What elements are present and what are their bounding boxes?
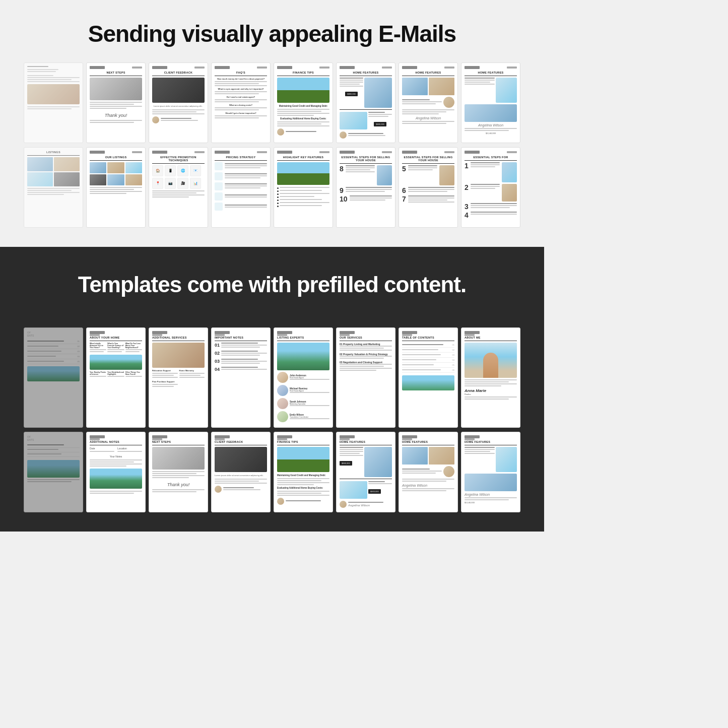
card-next-steps[interactable]: NEXT STEPS Thank you!	[86, 62, 146, 143]
card-our-services[interactable]: OUR SERVICES 01 Property Listing and Mar…	[336, 327, 395, 428]
email-row-4: OFENTS ADDITIONAL NOTES	[10, 432, 534, 512]
our-listings-title: OUR LISTINGS	[90, 156, 142, 159]
card-about-your-home[interactable]: ABOUT YOUR HOME What Initially Attracted…	[86, 327, 146, 428]
email-row-1: NEXT STEPS Thank you! CLIENT FEEDBACK Lo…	[10, 62, 534, 143]
templates-heading: Templates come with prefilled content.	[10, 272, 534, 297]
card-our-listings[interactable]: OUR LISTINGS	[86, 147, 146, 228]
email-row-3: OFENTS 01 02 03 04 05	[10, 327, 534, 428]
important-notes-title: IMPORTANT NOTES	[215, 336, 267, 339]
card-essential-3[interactable]: ESSENTIAL STEPS FOR 1 2	[461, 147, 520, 228]
card-table-of-contents[interactable]: TABLE OF CONTENTS 01 02 03	[399, 327, 458, 428]
card-essential-1[interactable]: ESSENTIAL STEPS FOR SELLING YOUR HOUSE 8…	[336, 147, 395, 228]
card-partial-left-1[interactable]	[24, 62, 83, 143]
email-row-2: LISTINGS OUR LISTINGS	[10, 147, 534, 228]
card-finance-tips[interactable]: FINANCE TIPS Maintaining Good Credit and…	[274, 62, 333, 143]
about-me-title: ABOUT ME	[465, 336, 517, 339]
about-home-title: ABOUT YOUR HOME	[90, 336, 142, 339]
finance-tips-2-title: FINANCE TIPS	[277, 440, 329, 443]
home-features-6-title: HOME FEATURES	[465, 440, 517, 443]
faqs-title: FAQ's	[215, 71, 267, 74]
card-home-features-2[interactable]: HOME FEATURES Angelina Wilson	[399, 62, 458, 143]
home-features-2-title: HOME FEATURES	[402, 71, 454, 74]
home-features-4-title: HOME FEATURES	[340, 440, 392, 443]
listing-experts-title: LISTING EXPERTS	[277, 336, 329, 339]
signature: Anna Marie	[465, 388, 517, 393]
additional-services-title: ADDITIONAL SERVICES	[152, 336, 205, 339]
main-heading: Sending visually appealing E-Mails	[10, 20, 534, 47]
bottom-section: OFENTS 01 02 03 04 05	[0, 322, 544, 532]
home-features-1-title: HOME FEATURES	[340, 71, 392, 74]
essential-1-title: ESSENTIAL STEPS FOR SELLING YOUR HOUSE	[340, 156, 392, 162]
card-important-notes[interactable]: IMPORTANT NOTES 01 02 03	[211, 327, 271, 428]
next-steps-2-title: NEXT STEPS	[152, 440, 205, 443]
card-essential-2[interactable]: ESSENTIAL STEPS FOR SELLING YOUR HOUSE 5…	[399, 147, 458, 228]
thank-you-text: Thank you!	[90, 113, 142, 118]
listings-title: LISTINGS	[27, 151, 80, 154]
card-home-features-3[interactable]: HOME FEATURES Angelina Wilson $3,140,000	[461, 62, 520, 143]
card-promo-techniques[interactable]: EFFECTIVE PROMOTION TECHNIQUES 🏠 📱 🌐 📧 📍…	[149, 147, 208, 228]
card-about-me[interactable]: ABOUT ME Anna Marie Realtor	[461, 327, 520, 428]
card-client-feedback-2[interactable]: CLIENT FEEDBACK Lorem ipsum dolor sit am…	[211, 432, 271, 512]
card-faqs[interactable]: FAQ's How much money do I need for a dow…	[211, 62, 271, 143]
top-section: Sending visually appealing E-Mails NEXT …	[0, 0, 544, 247]
card-home-features-5[interactable]: HOME FEATURES Angelina Wilson	[399, 432, 458, 512]
finance-tips-title: FINANCE TIPS	[277, 71, 329, 74]
card-listing-experts[interactable]: LISTING EXPERTS John Anderson Real Estat…	[274, 327, 333, 428]
card-listings-partial[interactable]: LISTINGS	[24, 147, 83, 228]
card-partial-toc[interactable]: OFENTS 01 02 03 04 05	[24, 327, 83, 428]
home-features-5-title: HOME FEATURES	[402, 440, 454, 443]
card-additional-notes[interactable]: ADDITIONAL NOTES Date Location Your Note…	[86, 432, 146, 512]
essential-3-title: ESSENTIAL STEPS FOR	[465, 156, 517, 159]
card-home-features-6[interactable]: HOME FEATURES Angelina Wilson $3,140,000	[461, 432, 520, 512]
promo-title: EFFECTIVE PROMOTION TECHNIQUES	[152, 156, 205, 162]
thank-you-2: Thank you!	[152, 482, 205, 487]
card-home-features-4[interactable]: HOME FEATURES $880,000	[336, 432, 395, 512]
card-next-steps-2[interactable]: NEXT STEPS Thank you!	[149, 432, 208, 512]
card-finance-tips-2[interactable]: FINANCE TIPS Maintaining Good Credit and…	[274, 432, 333, 512]
client-feedback-title: CLIENT FEEDBACK	[152, 71, 205, 74]
home-features-3-title: HOME FEATURES	[465, 71, 517, 74]
card-highlight-features[interactable]: HIGHLIGHT KEY FEATURES	[274, 147, 333, 228]
additional-notes-title: ADDITIONAL NOTES	[90, 440, 142, 443]
card-pricing-strategy[interactable]: PRICING STRATEGY	[211, 147, 271, 228]
card-additional-services[interactable]: ADDITIONAL SERVICES Relocation Support H…	[149, 327, 208, 428]
card-partial-toc-2[interactable]: OFENTS	[24, 432, 83, 512]
highlight-title: HIGHLIGHT KEY FEATURES	[277, 156, 329, 159]
card-home-features-1[interactable]: HOME FEATURES $880,000	[336, 62, 395, 143]
card-client-feedback[interactable]: CLIENT FEEDBACK Lorem ipsum dolor sit am…	[149, 62, 208, 143]
toc-title: TABLE OF CONTENTS	[402, 336, 454, 339]
middle-section: Templates come with prefilled content.	[0, 247, 544, 322]
client-feedback-2-title: CLIENT FEEDBACK	[215, 440, 267, 443]
our-services-title: OUR SERVICES	[340, 336, 392, 339]
essential-2-title: ESSENTIAL STEPS FOR SELLING YOUR HOUSE	[402, 156, 454, 162]
next-steps-title: NEXT STEPS	[90, 71, 142, 74]
pricing-title: PRICING STRATEGY	[215, 156, 267, 159]
